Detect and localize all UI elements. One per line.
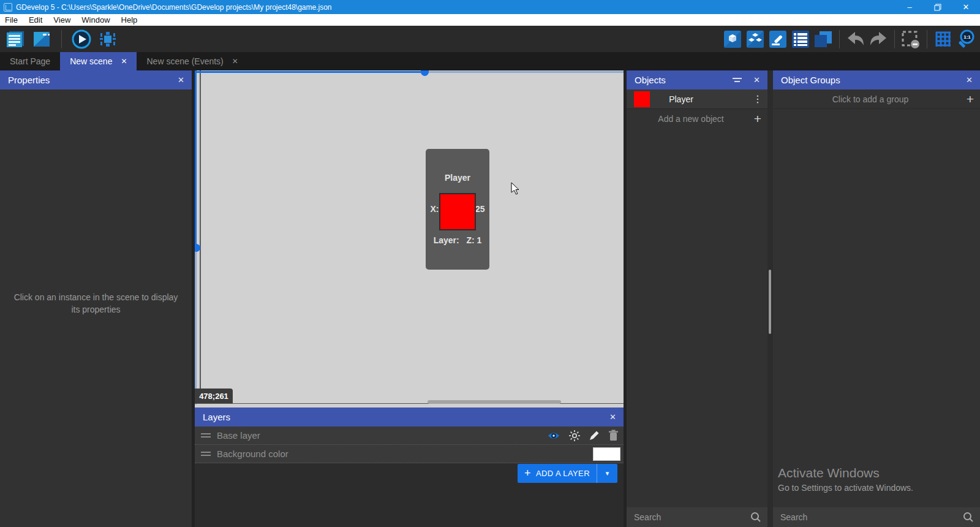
undo-button[interactable]	[845, 29, 866, 50]
horizontal-scrollbar[interactable]	[428, 400, 561, 404]
undo-icon	[846, 31, 865, 48]
window-title: GDevelop 5 - C:\Users\Sparkle\OneDrive\D…	[16, 3, 332, 12]
layers-panel-header: Layers ✕	[195, 408, 624, 427]
close-button[interactable]: ✕	[952, 0, 980, 14]
tab-new-scene[interactable]: New scene ✕	[60, 52, 137, 70]
menu-view[interactable]: View	[48, 14, 76, 26]
objects-search-input[interactable]	[634, 512, 750, 522]
groups-search-bar	[773, 507, 980, 527]
close-icon[interactable]: ✕	[178, 75, 184, 85]
tab-start-page[interactable]: Start Page	[0, 52, 60, 70]
game-window-left-edge-faded	[195, 248, 197, 404]
layer-row-base[interactable]: Base layer	[195, 427, 624, 445]
menu-help[interactable]: Help	[116, 14, 143, 26]
edit-pencil-icon[interactable]	[589, 430, 600, 441]
restore-button[interactable]	[924, 0, 952, 14]
objects-panel-header: Objects ✕	[627, 70, 767, 89]
cursor-coordinates-label: 478;261	[195, 389, 233, 404]
edit-properties-icon	[769, 30, 787, 48]
grid-icon	[934, 30, 952, 48]
close-icon[interactable]: ✕	[966, 75, 973, 85]
project-manager-button[interactable]	[5, 29, 26, 50]
layer-name: Base layer	[217, 430, 260, 441]
open-scene-properties-button[interactable]	[767, 29, 788, 50]
layers-panel-icon	[791, 30, 810, 48]
drag-handle-icon[interactable]	[201, 452, 211, 456]
tooltip-object-name: Player	[427, 173, 488, 183]
layer-row-background[interactable]: Background color	[195, 445, 624, 463]
minimize-button[interactable]: –	[895, 0, 924, 14]
filter-icon[interactable]	[733, 78, 742, 82]
search-icon	[750, 512, 761, 523]
objects-panel-icon	[723, 30, 742, 48]
object-groups-panel: Object Groups ✕ Click to add a group + A…	[773, 70, 980, 527]
project-manager-icon	[6, 30, 25, 48]
open-scene-button[interactable]	[31, 29, 52, 50]
zoom-reset-button[interactable]: 1:1	[956, 29, 976, 50]
delete-trash-icon[interactable]	[608, 430, 619, 441]
redo-button[interactable]	[868, 29, 889, 50]
toggle-layers-panel-button[interactable]	[790, 29, 811, 50]
objects-scrollbar-track	[767, 70, 773, 527]
game-window-left-edge	[195, 70, 197, 248]
game-window-top-edge-faded	[425, 71, 624, 73]
activate-windows-subtext: Go to Settings to activate Windows.	[778, 483, 913, 493]
background-color-swatch[interactable]	[593, 447, 620, 461]
toggle-objects-panel-button[interactable]	[722, 29, 743, 50]
instances-panel-icon	[813, 30, 833, 48]
visibility-eye-icon[interactable]	[547, 431, 560, 441]
tab-new-scene-events[interactable]: New scene (Events) ✕	[137, 52, 247, 70]
drag-handle-icon[interactable]	[201, 433, 211, 438]
groups-search-input[interactable]	[780, 512, 963, 522]
add-object-row[interactable]: Add a new object +	[627, 109, 767, 129]
toolbar-separator	[894, 30, 895, 48]
toggle-instances-panel-button[interactable]	[813, 29, 834, 50]
close-icon[interactable]: ✕	[609, 412, 616, 422]
kebab-menu-icon[interactable]: ⋮	[753, 93, 763, 105]
add-layer-dropdown-button[interactable]: ▾	[597, 464, 617, 483]
plus-icon: +	[967, 92, 974, 107]
object-groups-panel-icon	[746, 30, 764, 48]
toolbar-separator	[839, 30, 840, 48]
layer-effects-icon[interactable]	[568, 430, 581, 442]
restore-icon	[934, 4, 941, 11]
player-instance[interactable]	[439, 193, 476, 230]
add-group-row[interactable]: Click to add a group +	[773, 89, 980, 109]
panel-title: Layers	[203, 412, 230, 422]
object-list-item-player[interactable]: Player ⋮	[627, 89, 767, 109]
panel-title: Object Groups	[781, 75, 840, 85]
game-window-top-edge	[195, 71, 425, 73]
add-layer-label: ADD A LAYER	[536, 469, 590, 478]
mask-icon	[901, 30, 921, 48]
vertical-scrollbar[interactable]	[769, 270, 771, 334]
start-preview-button[interactable]	[71, 29, 92, 50]
toggle-mask-button[interactable]	[900, 29, 921, 50]
close-icon[interactable]: ✕	[753, 75, 760, 85]
toggle-grid-button[interactable]	[933, 29, 954, 50]
scene-canvas[interactable]: Player X: 446 Y: 225 Layer: Z: 1 478;261	[195, 70, 624, 404]
svg-text:1:1: 1:1	[963, 34, 971, 40]
mouse-cursor-icon	[511, 182, 521, 195]
toggle-object-groups-panel-button[interactable]	[745, 29, 766, 50]
menu-file[interactable]: File	[0, 14, 23, 26]
add-object-label: Add a new object	[627, 114, 767, 124]
resize-handle-top[interactable]	[421, 70, 429, 76]
debug-button[interactable]	[97, 29, 118, 50]
search-icon	[963, 512, 974, 523]
add-group-label: Click to add a group	[773, 94, 980, 104]
close-tab-icon[interactable]: ✕	[232, 57, 238, 66]
objects-search-bar	[627, 507, 767, 527]
add-layer-button[interactable]: + ADD A LAYER ▾	[518, 464, 617, 483]
scene-window-icon	[32, 30, 51, 48]
menu-edit[interactable]: Edit	[23, 14, 48, 26]
title-bar: GDevelop 5 - C:\Users\Sparkle\OneDrive\D…	[0, 0, 980, 14]
zoom-1-1-icon: 1:1	[956, 29, 976, 49]
tab-label: New scene (Events)	[146, 56, 223, 66]
tab-label: New scene	[70, 56, 112, 66]
menu-window[interactable]: Window	[76, 14, 115, 26]
close-tab-icon[interactable]: ✕	[121, 57, 127, 66]
panel-title: Objects	[635, 75, 666, 85]
bug-icon	[98, 29, 118, 49]
toolbar-separator	[927, 30, 927, 48]
properties-panel: Properties ✕ Click on an instance in the…	[0, 70, 192, 527]
